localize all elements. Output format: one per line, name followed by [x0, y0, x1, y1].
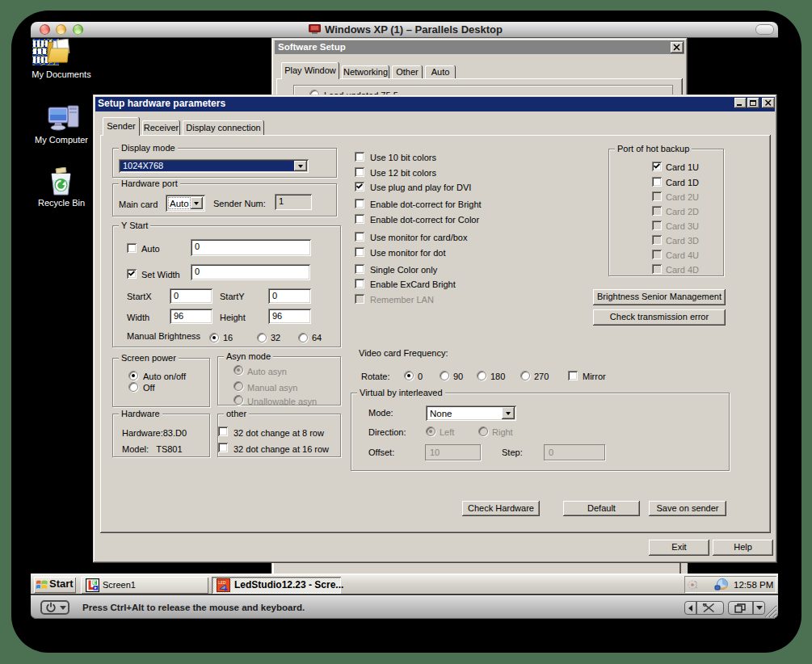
svg-text:LED: LED: [218, 581, 226, 585]
